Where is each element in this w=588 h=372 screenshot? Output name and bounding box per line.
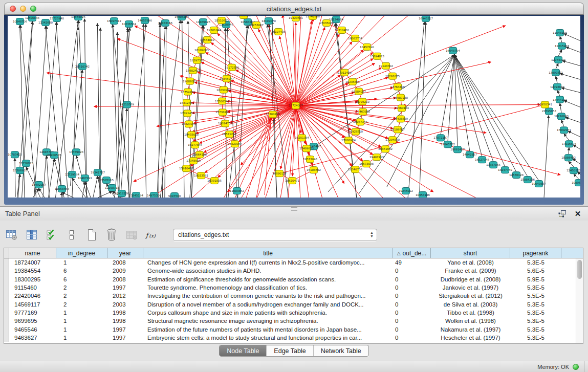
graph-node-label: 19310458 xyxy=(335,29,349,32)
cell-in_degree: 2 xyxy=(56,301,107,308)
cell-in_degree: 1 xyxy=(56,335,107,341)
cell-name: 22420046 xyxy=(9,293,56,299)
table-row[interactable]: 1456911722003Disruption of a novel membe… xyxy=(4,300,583,308)
svg-text:(x): (x) xyxy=(149,233,156,238)
graph-node-label: 11603852 xyxy=(230,189,244,192)
select-all-icon[interactable] xyxy=(45,228,58,242)
graph-node-label: 18796210 xyxy=(355,100,369,103)
row-header-gutter xyxy=(4,275,9,283)
graph-node-label: 10095810 xyxy=(572,181,580,184)
cell-title: Changes of HCN gene expression and I(f) … xyxy=(143,259,393,266)
table-row[interactable]: 946362711997Embryonic stem cells: a mode… xyxy=(4,334,583,342)
graph-node-label: 15851642 xyxy=(378,147,393,150)
cell-short: Franke et al. (2009) xyxy=(431,268,510,274)
graph-node-label: 19024756 xyxy=(218,122,232,125)
column-header-year[interactable]: year xyxy=(107,248,143,258)
graph-node-label: 16097312 xyxy=(107,19,121,23)
cell-name: 19384554 xyxy=(9,268,56,274)
cell-name: 9699695 xyxy=(9,318,56,324)
table-row[interactable]: 2242004622012Investigating the contribut… xyxy=(4,292,583,300)
graph-node-label: 18457190 xyxy=(360,46,374,49)
column-header-in_degree[interactable]: in_degree xyxy=(56,248,107,258)
network-canvas[interactable]: 1084870612506838113426801572394813874025… xyxy=(8,16,580,198)
graph-node-label: 12093833 xyxy=(550,85,564,89)
column-header-out_de[interactable]: △out_de... xyxy=(393,248,431,258)
cell-title: Genome-wide association studies in ADHD. xyxy=(143,268,393,274)
table-row[interactable]: 977716911998Corpus callosum shape and si… xyxy=(4,309,583,317)
graph-node-label: 19087345 xyxy=(353,120,367,123)
cell-pagerank: 5.9E-5 xyxy=(510,276,561,282)
show-columns-icon[interactable] xyxy=(25,228,38,242)
cell-short: Tibbo et al. (1998) xyxy=(431,310,510,316)
graph-node-label: 13444134 xyxy=(553,98,567,101)
cell-title: Tourette syndrome. Phenomenology and cla… xyxy=(143,285,393,291)
graph-node-label: 16251384 xyxy=(295,136,309,139)
graph-node-label: 13090371 xyxy=(549,71,563,74)
tab-node-table[interactable]: Node Table xyxy=(220,345,266,356)
table-row[interactable]: 911546021997Tourette syndrome. Phenomeno… xyxy=(4,283,583,292)
zoom-window-icon[interactable] xyxy=(30,6,36,12)
table-row[interactable]: 1830029562008Estimation of significance … xyxy=(4,275,583,283)
graph-node-label: 11469825 xyxy=(196,20,210,24)
unselect-all-icon[interactable] xyxy=(65,228,78,242)
graph-node-label: 19573046 xyxy=(303,158,317,161)
column-header-short[interactable]: short xyxy=(431,248,510,258)
table-row[interactable]: 1938455462009Genome-wide association stu… xyxy=(4,267,583,275)
tab-edge-table[interactable]: Edge Table xyxy=(266,345,313,356)
new-column-icon[interactable] xyxy=(85,228,98,242)
minimize-window-icon[interactable] xyxy=(20,6,26,12)
close-window-icon[interactable] xyxy=(10,6,16,12)
table-panel-header: Table Panel ✕ xyxy=(0,207,588,221)
function-builder-icon[interactable]: ƒ (x) xyxy=(145,228,158,242)
cell-short: Stergiakouli et al. (2012) xyxy=(431,293,510,299)
table-vertical-scrollbar[interactable] xyxy=(576,258,583,343)
graph-node-label: 10848706 xyxy=(13,20,27,23)
table-row[interactable]: 1872400712008Changes of HCN gene express… xyxy=(4,258,583,267)
graph-node-label: 17012489 xyxy=(337,71,352,74)
close-panel-icon[interactable]: ✕ xyxy=(573,209,583,218)
scrollbar-thumb[interactable] xyxy=(577,260,582,279)
table-mode-icon[interactable] xyxy=(5,228,18,242)
cell-year: 2003 xyxy=(107,301,143,308)
table-selector-dropdown[interactable]: citations_edges.txt ▲▼ xyxy=(173,229,377,241)
status-bar: Memory: OK xyxy=(0,361,588,372)
graph-node-label: 17409823 xyxy=(299,147,314,150)
graph-node-label: 11342680 xyxy=(38,21,53,24)
table-row[interactable]: 969969511998Structural magnetic resonanc… xyxy=(4,317,583,325)
graph-node-label: 16438529 xyxy=(394,117,408,120)
graph-node-label: 15694823 xyxy=(370,55,384,58)
graph-node-label: 15084236 xyxy=(520,178,535,181)
network-window-titlebar[interactable]: citations_edges.txt xyxy=(4,3,584,15)
row-header-gutter xyxy=(4,309,9,317)
row-header-gutter xyxy=(4,292,9,300)
graph-node-label: 15987230 xyxy=(394,96,408,99)
column-header-pagerank[interactable]: pagerank xyxy=(510,248,561,258)
float-window-icon[interactable] xyxy=(557,209,568,218)
graph-node-label: 18664190 xyxy=(192,153,207,156)
row-header-gutter xyxy=(4,248,9,258)
network-graph[interactable]: 1084870612506838113426801572394813874025… xyxy=(8,16,580,198)
cell-in_degree: 2 xyxy=(56,285,107,291)
graph-node-label: 16754229 xyxy=(181,91,195,94)
table-row[interactable]: 946554611997Estimation of the future num… xyxy=(4,325,583,333)
cell-in_degree: 1 xyxy=(56,326,107,333)
panel-resize-grip[interactable] xyxy=(291,207,297,211)
cell-out_de: 0 xyxy=(393,318,431,324)
delete-table-icon[interactable] xyxy=(125,228,138,242)
table-header-row: namein_degreeyeartitle△out_de...shortpag… xyxy=(4,248,583,258)
graph-node-label: 19235861 xyxy=(345,80,360,83)
graph-node-label: 18300295 xyxy=(266,113,280,116)
cell-title: Embryonic stem cells: a model to study s… xyxy=(143,335,393,341)
memory-ok-indicator-icon[interactable] xyxy=(573,364,579,370)
cell-title: Investigating the contribution of common… xyxy=(143,293,393,299)
graph-node-label: 17680924 xyxy=(341,139,356,142)
tab-network-table[interactable]: Network Table xyxy=(313,345,368,356)
column-header-name[interactable]: name xyxy=(9,248,56,258)
cell-out_de: 0 xyxy=(393,285,431,291)
column-header-title[interactable]: title xyxy=(143,248,393,258)
delete-column-icon[interactable] xyxy=(105,228,118,242)
cell-out_de: 0 xyxy=(393,326,431,333)
cell-name: 9777169 xyxy=(9,310,56,316)
graph-node-label: 15910467 xyxy=(179,167,193,170)
table-body: 1872400712008Changes of HCN gene express… xyxy=(4,258,583,343)
